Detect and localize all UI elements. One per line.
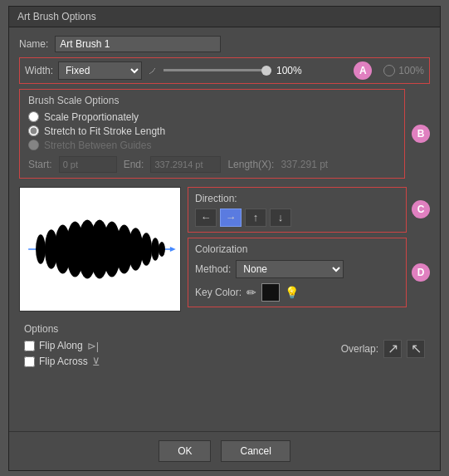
method-row: Method: None Tints Tints and Shades Hue … <box>195 260 399 278</box>
annotation-B: B <box>412 125 430 143</box>
overlap-area: Overlap: ↗ ↖ <box>341 340 425 358</box>
name-row: Name: <box>19 36 430 52</box>
direction-down-btn[interactable]: ↓ <box>270 209 291 227</box>
options-bottom: Flip Along ⊳| Flip Across ⊻ Overlap: ↗ ↖ <box>24 340 425 368</box>
start-input[interactable] <box>59 156 117 173</box>
options-section: Options Flip Along ⊳| Flip Across ⊻ Ov <box>19 320 430 371</box>
flip-across-checkbox[interactable] <box>24 356 35 367</box>
stretch-guides-radio[interactable] <box>28 140 39 150</box>
method-label: Method: <box>195 263 231 275</box>
end-input[interactable] <box>150 156 221 173</box>
preview-svg <box>20 188 180 311</box>
scale-option-2: Stretch to Fit Stroke Length <box>28 125 396 137</box>
annotation-A: A <box>354 61 372 80</box>
colorization-section: Colorization Method: None Tints Tints an… <box>188 238 407 307</box>
slider-container: 100% <box>163 65 349 76</box>
flip-options: Flip Along ⊳| Flip Across ⊻ <box>24 340 100 368</box>
extra-circle <box>383 65 395 76</box>
svg-point-13 <box>151 238 159 261</box>
method-select[interactable]: None Tints Tints and Shades Hue Shift <box>236 260 344 278</box>
extra-right: 100% <box>383 65 424 76</box>
eyedropper-icon[interactable]: ✏ <box>246 286 256 299</box>
annotation-C: C <box>412 200 430 218</box>
direction-up-btn[interactable]: ↑ <box>245 209 266 227</box>
direction-label: Direction: <box>195 193 399 204</box>
key-color-row: Key Color: ✏ 💡 <box>195 283 399 302</box>
overlap-btn-1[interactable]: ↗ <box>383 340 402 358</box>
flip-along-checkbox[interactable] <box>24 341 35 351</box>
start-end-row: Start: End: Length(X): 337.291 pt <box>28 156 396 173</box>
stretch-fit-radio[interactable] <box>28 125 39 136</box>
preview-box <box>19 187 181 312</box>
key-color-label: Key Color: <box>195 287 242 298</box>
scale-proportionately-label: Scale Proportionately <box>44 111 139 123</box>
name-label: Name: <box>19 38 48 50</box>
cancel-button[interactable]: Cancel <box>221 440 290 462</box>
stretch-fit-label: Stretch to Fit Stroke Length <box>44 125 165 137</box>
length-value: 337.291 pt <box>281 159 328 170</box>
colorization-title: Colorization <box>195 243 399 255</box>
width-slider[interactable] <box>163 69 271 71</box>
flip-across-label: Flip Across <box>39 356 88 367</box>
scale-option-1: Scale Proportionately <box>28 111 396 123</box>
direction-buttons: ← → ↑ ↓ <box>195 209 399 227</box>
flip-along-icon: ⊳| <box>87 340 99 352</box>
direction-left-btn[interactable]: ← <box>195 209 217 227</box>
width-label: Width: <box>25 65 53 76</box>
overlap-btn-2[interactable]: ↖ <box>407 340 425 358</box>
scale-option-3: Stretch Between Guides <box>28 140 396 151</box>
svg-point-3 <box>36 234 46 264</box>
width-select[interactable]: Fixed Pressure Stylus Wheel Tilt Bearing… <box>58 61 142 80</box>
stretch-guides-label: Stretch Between Guides <box>44 140 151 151</box>
width-section: Width: Fixed Pressure Stylus Wheel Tilt … <box>19 57 430 84</box>
bulb-icon[interactable]: 💡 <box>285 286 299 299</box>
direction-right-btn[interactable]: → <box>220 209 242 227</box>
ok-button[interactable]: OK <box>159 440 211 462</box>
svg-point-12 <box>140 233 152 265</box>
name-input[interactable] <box>55 36 221 52</box>
scale-proportionately-radio[interactable] <box>28 111 39 122</box>
extra-pct: 100% <box>398 65 424 76</box>
svg-point-14 <box>159 242 165 257</box>
key-color-swatch[interactable] <box>261 283 280 302</box>
direction-section: Direction: ← → ↑ ↓ <box>188 187 407 233</box>
flip-along-row: Flip Along ⊳| <box>24 340 100 352</box>
options-title: Options <box>24 323 425 335</box>
art-brush-options-dialog: Art Brush Options Name: Width: Fixed Pre… <box>8 6 441 471</box>
overlap-label: Overlap: <box>341 343 378 355</box>
flip-across-icon: ⊻ <box>92 356 100 368</box>
flip-across-row: Flip Across ⊻ <box>24 356 100 368</box>
annotation-D: D <box>412 263 430 282</box>
end-label: End: <box>124 159 144 170</box>
dialog-title: Art Brush Options <box>17 11 96 22</box>
title-bar: Art Brush Options <box>9 7 440 27</box>
brush-scale-title: Brush Scale Options <box>28 95 396 106</box>
main-bottom: Direction: ← → ↑ ↓ C Colorization <box>19 187 430 312</box>
dialog-footer: OK Cancel <box>9 431 440 470</box>
start-label: Start: <box>28 159 52 170</box>
flip-along-label: Flip Along <box>39 340 83 351</box>
taper-icon: ⟋ <box>147 64 159 77</box>
right-panels: Direction: ← → ↑ ↓ C Colorization <box>188 187 430 312</box>
length-label: Length(X): <box>227 159 274 170</box>
width-percent: 100% <box>276 65 302 76</box>
brush-scale-section: Brush Scale Options Scale Proportionatel… <box>19 89 405 179</box>
